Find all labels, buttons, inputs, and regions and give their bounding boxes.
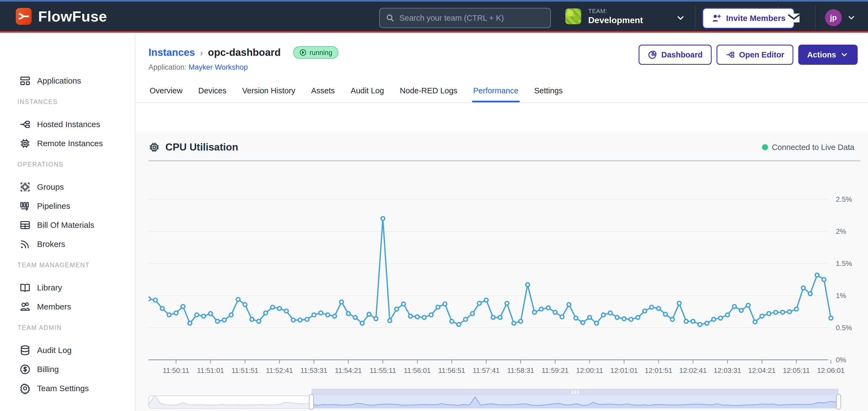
svg-text:1%: 1%	[836, 292, 846, 300]
brush-handle-right[interactable]	[836, 394, 841, 410]
svg-text:11:51:01: 11:51:01	[197, 366, 224, 375]
sidebar-item-audit-log[interactable]: Audit Log	[0, 341, 135, 360]
header-buttons: Dashboard Open Editor Actions	[639, 45, 858, 65]
sidebar-item-label: Applications	[37, 76, 81, 85]
tab-assets[interactable]: Assets	[310, 83, 336, 102]
actions-button[interactable]: Actions	[798, 45, 858, 65]
sidebar-item-brokers[interactable]: Brokers	[0, 235, 135, 254]
sidebar-item-label: Hosted Instances	[37, 120, 100, 129]
svg-text:11:54:21: 11:54:21	[335, 366, 362, 375]
svg-text:2%: 2%	[836, 227, 846, 235]
actions-chevron-down-icon	[840, 50, 849, 59]
tab-version-history[interactable]: Version History	[241, 83, 297, 102]
tab-audit-log[interactable]: Audit Log	[349, 83, 385, 102]
invite-members-button[interactable]: Invite Members	[702, 8, 795, 29]
sidebar-item-groups[interactable]: Groups	[0, 177, 135, 197]
svg-text:12:03:31: 12:03:31	[714, 366, 741, 375]
library-icon	[19, 282, 31, 294]
svg-text:11:53:31: 11:53:31	[301, 366, 328, 375]
team-chevron-down-icon[interactable]	[676, 13, 685, 23]
svg-text:11:58:31: 11:58:31	[507, 366, 534, 375]
sidebar-item-pipelines[interactable]: Pipelines	[0, 197, 135, 215]
open-editor-button[interactable]: Open Editor	[716, 45, 793, 65]
performance-panel: CPU Utilisation Connected to Live Data 1…	[135, 131, 868, 411]
sidebar-item-members[interactable]: Members	[0, 297, 135, 316]
flowfuse-logo[interactable]: FlowFuse	[16, 8, 107, 25]
brand-name: FlowFuse	[38, 8, 107, 25]
sidebar-item-label: Members	[37, 302, 71, 311]
sidebar-item-label: Billing	[37, 365, 59, 374]
chart-title-row: CPU Utilisation	[149, 141, 238, 153]
brush-grip-icon[interactable]	[572, 390, 579, 394]
sidebar: ApplicationsINSTANCESHosted InstancesRem…	[0, 33, 135, 411]
tab-devices[interactable]: Devices	[197, 83, 227, 102]
user-menu[interactable]: jp	[825, 9, 856, 26]
tab-settings[interactable]: Settings	[533, 83, 564, 102]
svg-text:12:01:51: 12:01:51	[645, 366, 672, 375]
live-dot-icon	[762, 144, 768, 150]
application-label: Application:	[149, 63, 187, 71]
search-input[interactable]	[399, 13, 545, 23]
brush-handle-left[interactable]	[309, 394, 314, 410]
svg-text:12:06:01: 12:06:01	[817, 366, 844, 375]
team-label: TEAM:	[588, 8, 643, 15]
breadcrumb-instances-link[interactable]: Instances	[149, 47, 195, 58]
chart-range-brush	[149, 387, 841, 409]
user-plus-icon	[711, 13, 722, 24]
svg-text:12:02:41: 12:02:41	[679, 366, 707, 375]
team-selector[interactable]: TEAM: Development	[565, 2, 643, 31]
sidebar-item-label: Remote Instances	[37, 139, 103, 148]
tab-overview[interactable]: Overview	[149, 83, 184, 102]
dashboard-button[interactable]: Dashboard	[639, 45, 711, 65]
hosted-instances-icon	[19, 118, 31, 130]
billing-icon	[19, 363, 31, 375]
sidebar-item-applications[interactable]: Applications	[0, 71, 135, 90]
sidebar-section-team-admin: TEAM ADMIN	[0, 321, 135, 334]
invite-members-label: Invite Members	[726, 13, 785, 23]
team-avatar	[565, 8, 581, 24]
svg-text:11:56:51: 11:56:51	[438, 366, 465, 375]
svg-text:12:04:21: 12:04:21	[748, 366, 776, 375]
notifications-mail-icon[interactable]	[787, 11, 801, 25]
node-editor-icon	[725, 50, 735, 60]
svg-text:12:01:01: 12:01:01	[610, 366, 638, 375]
cpu-chip-icon	[149, 141, 160, 153]
sidebar-item-label: Bill Of Materials	[37, 220, 94, 230]
sidebar-item-remote-instances[interactable]: Remote Instances	[0, 134, 135, 153]
svg-text:12:00:11: 12:00:11	[576, 366, 603, 375]
svg-text:12:05:11: 12:05:11	[783, 366, 810, 375]
svg-text:11:59:21: 11:59:21	[541, 366, 568, 375]
svg-text:11:52:41: 11:52:41	[266, 366, 293, 375]
brush-selection[interactable]	[311, 389, 839, 409]
tab-performance[interactable]: Performance	[472, 83, 520, 102]
team-search[interactable]	[379, 8, 551, 28]
sidebar-item-label: Pipelines	[37, 201, 70, 211]
cpu-chart-svg: 11:50:1111:51:0111:51:5111:52:4111:53:31…	[149, 186, 868, 377]
user-avatar: jp	[825, 9, 842, 26]
svg-text:0%: 0%	[836, 356, 846, 364]
sidebar-item-library[interactable]: Library	[0, 278, 135, 297]
sidebar-item-billing[interactable]: Billing	[0, 360, 135, 379]
sidebar-item-team-settings[interactable]: Team Settings	[0, 379, 135, 398]
bom-icon	[19, 219, 31, 231]
sidebar-item-bill-of-materials[interactable]: Bill Of Materials	[0, 215, 135, 235]
topbar-divider	[695, 5, 695, 29]
svg-text:0.5%: 0.5%	[836, 323, 852, 332]
svg-text:11:57:41: 11:57:41	[473, 366, 500, 375]
breadcrumb-separator: ›	[200, 47, 203, 58]
sidebar-item-label: Brokers	[37, 240, 65, 249]
dashboard-button-label: Dashboard	[661, 50, 702, 59]
topbar-divider	[815, 5, 816, 29]
pipelines-icon	[19, 200, 31, 212]
svg-text:1.5%: 1.5%	[836, 260, 852, 268]
user-chevron-down-icon	[847, 13, 856, 22]
live-status-label: Connected to Live Data	[772, 143, 855, 152]
flowfuse-logo-icon	[16, 8, 32, 25]
cpu-chart: 11:50:1111:51:0111:51:5111:52:4111:53:31…	[149, 186, 868, 377]
application-link[interactable]: Mayker Workshop	[189, 63, 248, 71]
tab-node-red-logs[interactable]: Node-RED Logs	[399, 83, 459, 102]
main-content: Instances › opc-dashboard running Applic…	[135, 33, 868, 411]
top-navigation-bar: FlowFuse TEAM: Development Invite Member…	[0, 0, 868, 33]
sidebar-item-hosted-instances[interactable]: Hosted Instances	[0, 115, 135, 134]
sidebar-section-team-management: TEAM MANAGEMENT	[0, 259, 135, 272]
